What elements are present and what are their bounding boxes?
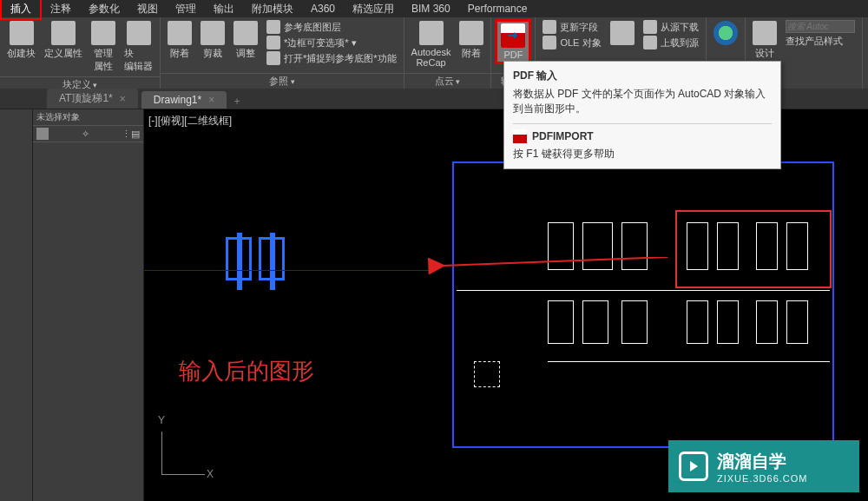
frame-icon [266,36,280,49]
new-tab-button[interactable]: ＋ [232,94,242,109]
watermark: 溜溜自学 ZIXUE.3D66.COM [668,440,859,492]
adjust-button[interactable]: 调整 [230,19,261,62]
block-editor-button[interactable]: 块 编辑器 [121,19,156,75]
attach-label: 附着 [170,47,189,60]
menu-manage[interactable]: 管理 [167,0,205,18]
play-icon [679,452,708,481]
watermark-brand: 溜溜自学 [717,450,807,473]
attach-pc-label: 附着 [462,47,481,60]
axis-x-label: X [207,468,214,480]
menu-annotate[interactable]: 注释 [42,0,80,18]
tab-drawing1-label: Drawing1* [154,94,201,106]
close-icon[interactable]: × [208,94,214,106]
properties-palette[interactable]: 未选择对象 ✧⋮▤ [33,109,144,501]
block-editor-label: 块 编辑器 [124,47,153,73]
pdf-import-button[interactable]: PDF [495,19,531,64]
download-icon [643,20,657,34]
menu-view[interactable]: 视图 [128,0,167,18]
panel-block-def: 创建块 定义属性 管理 属性 块 编辑器 块定义 [0,17,161,89]
snap-underlay-label: 打开*捕捉到参考底图*功能 [284,52,397,65]
annotation-left: 输入后的图形 [179,356,314,386]
noselect-label: 未选择对象 [36,111,80,123]
panel-pointcloud: Autodesk ReCap 附着 点云 [404,17,492,89]
menu-parametric[interactable]: 参数化 [80,0,128,18]
manage-attr-label: 管理 属性 [94,47,113,73]
panel-reference: 附着 剪裁 调整 参考底图图层 *边框可变选项* ▾ 打开*捕捉到参考底图*功能… [161,17,404,89]
panel-pointcloud-title[interactable]: 点云 [404,73,491,89]
toolbar-left [0,109,33,501]
find-product-label: 查找产品样式 [786,35,843,48]
layers-icon [266,20,280,34]
frame-vary-button[interactable]: *边框可变选项* ▾ [263,35,400,50]
ole-object-button[interactable]: OLE 对象 [539,35,604,50]
update-field-button[interactable]: 更新字段 [539,19,604,35]
menu-output[interactable]: 输出 [205,0,243,18]
viewport-label[interactable]: [-][俯视][二维线框] [148,114,232,129]
upload-src-button[interactable]: 上载到源 [640,35,702,50]
create-block-button[interactable]: 创建块 [3,19,39,62]
clip-button[interactable]: 剪裁 [197,19,228,62]
create-block-label: 创建块 [7,47,36,60]
ole-icon [542,36,556,49]
upload-icon [643,36,657,49]
frame-vary-label: *边框可变选项* ▾ [284,36,357,49]
adjust-label: 调整 [236,47,255,60]
field-icon [542,20,556,34]
layer-icon[interactable] [36,128,49,140]
search-input[interactable] [786,20,855,33]
download-src-label: 从源下载 [661,21,699,34]
menubar: 插入 注释 参数化 视图 管理 输出 附加模块 A360 精选应用 BIM 36… [0,0,868,17]
manage-attr-button[interactable]: 管理 属性 [88,19,119,75]
clip-label: 剪裁 [203,47,222,60]
imported-geometry [222,237,288,284]
snap-underlay-button[interactable]: 打开*捕捉到参考底图*功能 [263,50,400,66]
osnap-icon[interactable]: ✧ [82,129,89,140]
tooltip-body: 将数据从 PDF 文件的某个页面作为 AutoCAD 对象输入到当前图形中。 [513,87,772,116]
pdf-import-tooltip: PDF 输入 将数据从 PDF 文件的某个页面作为 AutoCAD 对象输入到当… [503,61,781,169]
location-button[interactable] [710,19,741,47]
close-icon[interactable]: × [120,93,126,105]
menu-featured[interactable]: 精选应用 [344,0,403,18]
tooltip-cmd: PDFIMPORT [513,129,772,143]
attach-button[interactable]: 附着 [164,19,195,62]
menu-a360[interactable]: A360 [302,1,344,16]
underlay-layers-button[interactable]: 参考底图图层 [263,19,400,35]
tooltip-help: 按 F1 键获得更多帮助 [513,147,772,162]
tooltip-title: PDF 输入 [513,69,772,83]
watermark-url: ZIXUE.3D66.COM [717,473,807,484]
menu-addins[interactable]: 附加模块 [243,0,302,18]
panel-reference-title[interactable]: 参照 [161,73,404,89]
highlight-box [675,210,832,288]
tab-drawing1[interactable]: Drawing1*× [141,91,227,109]
link-button[interactable] [607,19,638,47]
tab-at-label: AT顶旋梯1* [59,91,113,106]
upload-src-label: 上载到源 [661,36,699,49]
attach-pc-button[interactable]: 附着 [456,19,487,62]
download-src-button[interactable]: 从源下载 [640,19,702,35]
pdf-icon [501,23,525,48]
globe-icon [713,21,738,45]
recap-label: Autodesk ReCap [411,47,451,68]
pdf-label: PDF [503,49,523,60]
menu-performance[interactable]: Performance [459,1,536,16]
snap-icon [266,51,280,65]
pdf-icon [513,129,527,143]
define-attr-label: 定义属性 [44,47,82,60]
menu-bim360[interactable]: BIM 360 [403,1,459,16]
ole-label: OLE 对象 [560,36,601,49]
underlay-layers-label: 参考底图图层 [284,21,341,34]
ucs-icon: X Y [161,423,214,475]
recap-button[interactable]: Autodesk ReCap [408,19,455,69]
find-product-button[interactable]: 查找产品样式 [782,34,858,49]
define-attr-button[interactable]: 定义属性 [41,19,86,62]
filter-icon[interactable]: ⋮▤ [122,129,140,140]
tab-at[interactable]: AT顶旋梯1*× [47,89,138,109]
update-field-label: 更新字段 [560,21,598,34]
axis-y-label: Y [158,414,165,426]
